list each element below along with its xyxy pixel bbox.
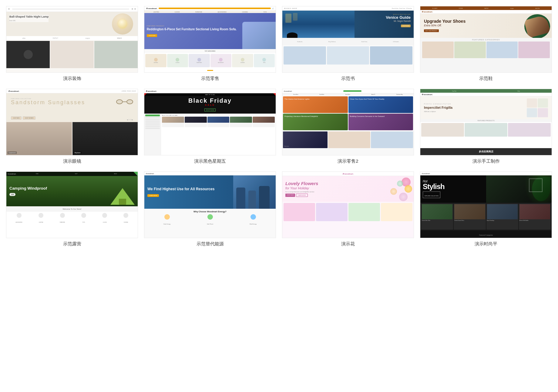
- stylish-text: Stylish: [423, 183, 445, 190]
- cat-accessories: ACCESSORIES: [16, 213, 22, 237]
- feature-solar: Solar Energy: [163, 214, 170, 226]
- demo-item-handcraft[interactable]: Top Nav Help ⚙ woodmart. PORTA CONSECTET…: [420, 89, 552, 164]
- top-nav: KLÖBER FORIM PAČKIT magno ALESSI: [420, 6, 552, 10]
- product-3: Bags & Handbags: [486, 204, 518, 230]
- hero-text: Ball-Shaped Table Night Lamp from €45: [9, 15, 49, 22]
- demo-item-blackfriday[interactable]: ⚙ woodmart. SAVE UP TO 50% Black Friday …: [144, 89, 276, 164]
- welcome-text: Welcome To Our Store!: [62, 208, 81, 210]
- demo-thumb-retail[interactable]: ⚙ woodmart. 🛒 LIGHTING CLOCKS FURNITURE …: [144, 6, 276, 73]
- demo-item-flower[interactable]: ⚙ woodmart. Lovely Flowers for Your Holi…: [282, 171, 414, 247]
- brand-vitra: vitra.: [22, 37, 26, 39]
- cat-cooking: COOKING: [232, 54, 253, 67]
- slide-1: 50mm Lens: [283, 131, 328, 148]
- shoe-cat-3: [486, 42, 518, 58]
- nav-logo: [8, 8, 10, 10]
- demo-item-retail2[interactable]: ⚙ woodmart. Home Block Short Block Novel…: [282, 89, 414, 164]
- product-2: Fantastic Special Shoes: [454, 204, 486, 230]
- sofa-illustration: [242, 22, 276, 49]
- nav-bar: ⚙ woodmart.: [420, 172, 552, 175]
- demo-item-decor[interactable]: Ball-Shaped Table Night Lamp from €45 vi…: [6, 6, 138, 81]
- person-wayfarer: Wayfarer: [72, 122, 138, 155]
- nav-bar: ⚙ woodmart.: [282, 89, 414, 93]
- nav-bar: ⚙ woodmart.: [144, 172, 276, 175]
- cat-clocks: CLOCKS: [102, 213, 107, 237]
- cat-toys: TOYS: [254, 54, 275, 67]
- camping-title: Camping Windproof: [9, 186, 47, 191]
- hero-section: FEATURED COLLECTION Sandstorm Sunglasses…: [6, 93, 138, 122]
- nav-menu: Home Block Short Block Novel Block About…: [282, 93, 414, 96]
- bf-title: Black Friday: [146, 98, 274, 104]
- hero-banner: Upgrade Your Shoes Extra 50% Off. BUY TH…: [420, 14, 552, 38]
- demo-thumb-shoe[interactable]: KLÖBER FORIM PAČKIT magno ALESSI ⚙ woodm…: [420, 6, 552, 73]
- demo-thumb-energy[interactable]: ⚙ woodmart. We Find Highest Use for All …: [144, 171, 276, 238]
- gondola: [287, 32, 297, 38]
- cat-clocks: CLOCKS: [167, 54, 188, 67]
- demo-thumb-glasses[interactable]: ⚙ woodmart. LOREM IPSUM DOLOR FEATURED C…: [6, 89, 138, 155]
- cat-accessories: ACCESSORY: [210, 54, 232, 67]
- demo-thumb-retail2[interactable]: ⚙ woodmart. Home Block Short Block Novel…: [282, 89, 414, 155]
- demo-item-camping[interactable]: ⚙ woodmart. HOME SHOP PAGES Camping Wind…: [6, 171, 138, 247]
- demo-item-shoe[interactable]: KLÖBER FORIM PAČKIT magno ALESSI ⚙ woodm…: [420, 6, 552, 81]
- cta-btn: SHOP NOW: [147, 34, 157, 37]
- nav-bar: ⚙ woodmart.: [420, 10, 552, 14]
- flower-2: [316, 203, 348, 221]
- multi-vendor-banner: 多供应商商店: [420, 148, 552, 155]
- slide-3: [371, 131, 413, 148]
- demo-thumb-flower[interactable]: ⚙ woodmart. Lovely Flowers for Your Holi…: [282, 171, 414, 238]
- featured-categories: Featured Categories: [420, 38, 552, 72]
- brand-sinus: SINUS: [117, 37, 122, 39]
- welcome-section: Welcome To Our Store!: [6, 206, 138, 212]
- demo-thumb-camping[interactable]: ⚙ woodmart. HOME SHOP PAGES Camping Wind…: [6, 171, 138, 238]
- item-label-flower: 演示花: [341, 241, 355, 247]
- lamp-globe: [118, 19, 127, 28]
- nav-menu: LIGHTING CLOCKS FURNITURE ACCESSORIES CO…: [144, 11, 276, 13]
- hero-section: Lovely Flowers for Your Holiday For a co…: [282, 176, 414, 202]
- demo-thumb-handcraft[interactable]: Top Nav Help ⚙ woodmart. PORTA CONSECTET…: [420, 89, 552, 155]
- promo-grid: The Interior And Exterior Lights Close Y…: [282, 96, 414, 131]
- demo-thumb-fashion[interactable]: ⚙ woodmart. Hot Stylish EXPLORE COLLECTI…: [420, 171, 552, 238]
- brand-magno: magno: [85, 37, 90, 39]
- cta-btn: BUY THIS PRODUCT: [424, 29, 439, 32]
- featured-products-title: FEATURED PRODUCTS: [420, 119, 552, 122]
- glasses-visual: [116, 99, 133, 104]
- hero-title: Upgrade Your Shoes: [424, 19, 466, 24]
- cat-lighting: LIGHTING: [39, 213, 43, 237]
- demo-item-energy[interactable]: ⚙ woodmart. We Find Highest Use for All …: [144, 171, 276, 247]
- square-decoration: [529, 178, 543, 192]
- nav-bar: ⚙ woodmart.: [144, 89, 276, 93]
- item-label-energy: 示范替代能源: [197, 241, 224, 247]
- hero-banner: SAVE UP TO 50%: [144, 93, 276, 96]
- people-grid: Garamond Wayfarer: [6, 122, 138, 155]
- demo-item-fashion[interactable]: ⚙ woodmart. Hot Stylish EXPLORE COLLECTI…: [420, 171, 552, 247]
- demo-item-retail[interactable]: ⚙ woodmart. 🛒 LIGHTING CLOCKS FURNITURE …: [144, 6, 276, 81]
- nav-icons: [132, 8, 133, 10]
- hero-section: PORTA CONSECTETUR Imperciliet Frigilla A…: [420, 96, 552, 119]
- demo-item-book[interactable]: BOOKS SHOP Shop Infinite Book Fairs E-Re…: [282, 6, 414, 81]
- featured-categories-bar: Featured Categories: [420, 231, 552, 238]
- search-bar: [343, 90, 361, 92]
- nav-bar: ⚙ woodmart.: [420, 93, 552, 96]
- demo-thumb-book[interactable]: BOOKS SHOP Shop Infinite Book Fairs E-Re…: [282, 6, 414, 73]
- item-label-handcraft: 演示手工制作: [472, 158, 500, 164]
- bottom-row: 50mm Lens: [282, 131, 414, 155]
- item-label-fashion: 演示时尚平: [475, 241, 497, 247]
- shoe-image: [524, 15, 550, 38]
- badge: 1/3: [9, 193, 15, 196]
- cell-1: The Interior And Exterior Lights: [283, 96, 348, 113]
- demo-thumb-blackfriday[interactable]: ⚙ woodmart. SAVE UP TO 50% Black Friday …: [144, 89, 276, 155]
- workers-bg: [233, 175, 276, 209]
- lamp-decoration: [112, 13, 133, 35]
- hero-title: Reddington 6-Piece Set Furniture Section…: [147, 27, 237, 31]
- books-grid: [282, 45, 414, 72]
- hero-banner: FEATURED PRODUCT Reddington 6-Piece Set …: [144, 13, 276, 49]
- demo-item-glasses[interactable]: ⚙ woodmart. LOREM IPSUM DOLOR FEATURED C…: [6, 89, 138, 164]
- demo-thumb-decor[interactable]: Ball-Shaped Table Night Lamp from €45 vi…: [6, 6, 138, 73]
- hero-section: WORLD BESTSELLER Venice Guide Mr. Segre …: [282, 11, 414, 38]
- feature-wind: Wind Energy: [250, 214, 257, 226]
- slide-2: [328, 131, 370, 148]
- cat-lighting: LIGHTING: [145, 54, 166, 67]
- shoe-circle: [524, 14, 550, 38]
- feature-planet: Safe Planet: [207, 214, 213, 226]
- cat-toys: TOYS: [81, 213, 86, 237]
- top-nav: Top Nav Help: [420, 89, 552, 93]
